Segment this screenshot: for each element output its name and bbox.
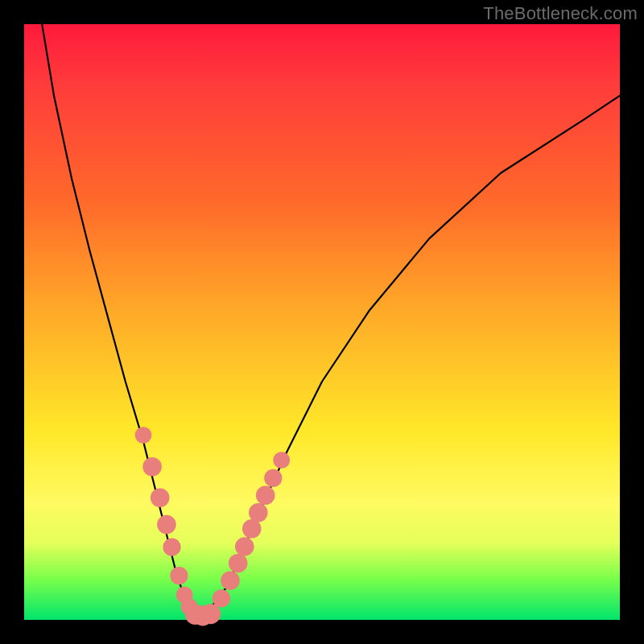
v-curve-path bbox=[42, 24, 620, 616]
bead-marker bbox=[235, 537, 254, 556]
bead-marker bbox=[170, 567, 188, 584]
bead-marker bbox=[200, 604, 221, 624]
bead-marker bbox=[142, 457, 162, 477]
bead-marker bbox=[135, 427, 152, 444]
bead-marker bbox=[221, 571, 240, 590]
plot-area bbox=[24, 24, 620, 620]
chart-frame: TheBottleneck.com bbox=[0, 0, 644, 644]
bead-marker bbox=[151, 489, 170, 508]
bead-marker bbox=[249, 503, 268, 522]
bead-marker bbox=[256, 486, 275, 506]
bead-marker bbox=[229, 554, 248, 573]
curve-svg bbox=[24, 24, 620, 620]
bead-marker bbox=[273, 452, 290, 469]
watermark-text: TheBottleneck.com bbox=[483, 3, 638, 24]
bead-marker bbox=[157, 515, 176, 535]
bead-marker bbox=[213, 589, 230, 607]
beads-group bbox=[135, 427, 291, 625]
bead-marker bbox=[163, 539, 180, 556]
bead-marker bbox=[264, 469, 282, 487]
